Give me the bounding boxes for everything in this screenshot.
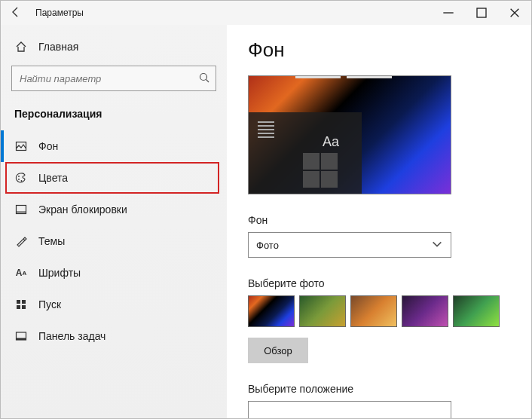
taskbar-icon (14, 329, 28, 343)
window-title: Параметры (31, 8, 84, 18)
select-value: Фото (256, 240, 279, 251)
search-wrap (11, 66, 216, 91)
svg-point-4 (18, 179, 20, 180)
photo-thumb-4[interactable] (402, 295, 448, 327)
themes-icon (14, 234, 28, 248)
svg-rect-9 (22, 300, 26, 304)
photo-thumb-1[interactable] (248, 295, 295, 327)
svg-rect-7 (17, 211, 26, 214)
start-icon (14, 298, 28, 311)
palette-icon (14, 171, 28, 185)
svg-point-3 (18, 176, 20, 177)
sidebar-item-label: Фон (38, 140, 58, 152)
home-icon (14, 40, 28, 54)
svg-rect-10 (17, 305, 20, 309)
sidebar-item-lockscreen[interactable]: Экран блокировки (1, 194, 227, 225)
svg-point-1 (200, 74, 207, 81)
lockscreen-icon (14, 203, 28, 216)
fonts-icon: AA (14, 266, 28, 280)
position-label: Выберите положение (248, 383, 510, 395)
home-label: Главная (38, 41, 78, 53)
background-type-select[interactable]: Фото (248, 232, 451, 258)
maximize-icon (475, 7, 488, 19)
preview-window-frame (295, 76, 341, 78)
sidebar-item-label: Темы (38, 235, 65, 247)
content-panel: Фон Aa Фон Фото Выберите фото (227, 25, 531, 418)
titlebar: Параметры (1, 1, 531, 25)
preview-sample-text: Aa (323, 134, 339, 150)
close-button[interactable] (498, 1, 531, 25)
sidebar-item-background[interactable]: Фон (1, 130, 227, 162)
svg-rect-13 (17, 338, 26, 341)
search-icon (198, 72, 210, 86)
sidebar-item-colors[interactable]: Цвета (5, 162, 219, 194)
sidebar-item-label: Панель задач (38, 330, 105, 342)
sidebar-item-label: Цвета (38, 172, 68, 184)
svg-point-5 (21, 180, 23, 182)
back-button[interactable] (1, 6, 31, 20)
browse-button[interactable]: Обзор (248, 338, 308, 363)
page-heading: Фон (248, 38, 510, 62)
choose-photo-label: Выберите фото (248, 277, 510, 289)
chevron-down-icon (431, 238, 443, 252)
photo-thumb-3[interactable] (350, 295, 397, 327)
sidebar-item-label: Шрифты (38, 267, 81, 279)
svg-rect-8 (17, 300, 20, 304)
photo-thumb-2[interactable] (299, 295, 346, 327)
sidebar-item-fonts[interactable]: AA Шрифты (1, 257, 227, 289)
search-input[interactable] (11, 66, 216, 91)
minimize-button[interactable] (432, 1, 465, 25)
picture-icon (14, 139, 28, 153)
svg-rect-0 (477, 8, 486, 17)
home-nav[interactable]: Главная (1, 32, 227, 61)
sidebar-item-themes[interactable]: Темы (1, 225, 227, 257)
preview-tiles (303, 153, 338, 188)
preview-menu-lines (258, 121, 274, 138)
background-preview: Aa (248, 75, 451, 194)
sidebar-item-label: Пуск (38, 298, 61, 310)
minimize-icon (442, 7, 454, 19)
svg-rect-11 (22, 305, 26, 309)
window-body: Главная Персонализация Фон (1, 25, 531, 418)
sidebar-item-taskbar[interactable]: Панель задач (1, 320, 227, 352)
settings-window: Параметры Главная (0, 0, 532, 419)
sidebar-item-start[interactable]: Пуск (1, 289, 227, 320)
photo-thumb-5[interactable] (453, 295, 500, 327)
sidebar: Главная Персонализация Фон (1, 25, 227, 418)
background-dropdown-label: Фон (248, 214, 510, 226)
photo-thumbnails (248, 295, 510, 327)
sidebar-item-label: Экран блокировки (38, 203, 127, 216)
section-title: Персонализация (1, 102, 227, 130)
position-select[interactable] (248, 401, 451, 418)
maximize-button[interactable] (465, 1, 498, 25)
arrow-left-icon (10, 6, 22, 18)
close-icon (509, 7, 521, 19)
